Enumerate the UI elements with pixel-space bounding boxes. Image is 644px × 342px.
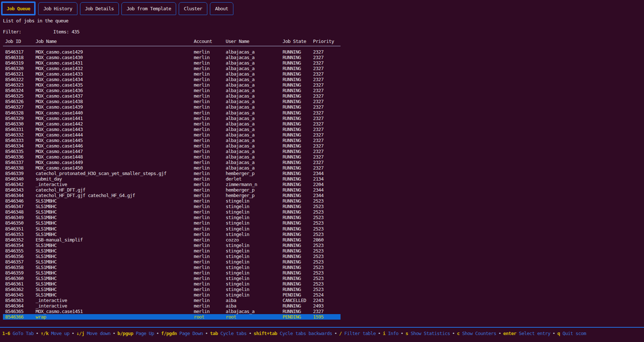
table-row[interactable]: 8546321MOX_casmo.case1433merlinalbajacas…: [3, 71, 341, 77]
table-row[interactable]: 8546325MOX_casmo.case1437merlinalbajacas…: [3, 93, 341, 99]
table-row[interactable]: 8546356SLS1MBHCmerlinstingelinRUNNING252…: [3, 254, 341, 259]
table-row[interactable]: 8546357SLS1MBHCmerlinstingelinRUNNING252…: [3, 259, 341, 265]
help-bar: 1-6 GoTo Tab•↑/k Move up•↓/j Move down•b…: [2, 331, 642, 336]
table-row[interactable]: 8546351SLS1MBHCmerlinstingelinRUNNING252…: [3, 226, 341, 232]
filter-input[interactable]: [26, 29, 50, 34]
table-row[interactable]: 8546352ESB-manual_simplifmerlincozzoRUNN…: [3, 237, 341, 243]
table-row[interactable]: 8546320MOX_casmo.case1432merlinalbajacas…: [3, 66, 341, 71]
table-row[interactable]: 8546362SLS1MBHCmerlinstingelinRUNNING252…: [3, 287, 341, 292]
table-cell: merlin: [194, 66, 226, 71]
table-row[interactable]: 8546364_interactivemerlinaibaRUNNING2493: [3, 303, 341, 309]
table-row[interactable]: 8546340submit_daymerlinderletRUNNING2134: [3, 176, 341, 182]
table-cell: merlin: [194, 77, 226, 82]
tab-cluster[interactable]: Cluster: [179, 2, 207, 15]
table-cell: RUNNING: [283, 154, 313, 160]
tab-about[interactable]: About: [210, 2, 233, 15]
table-row[interactable]: 8546344catechol_HF_DFT.gjf catechol_HF_G…: [3, 193, 341, 198]
table-cell: 8546333: [5, 138, 36, 143]
table-row[interactable]: 8546334MOX_casmo.case1446merlinalbajacas…: [3, 143, 341, 149]
tab-job-queue[interactable]: Job Queue: [1, 1, 36, 15]
table-row[interactable]: 8546363_interactivemerlinaibaCANCELLED22…: [3, 298, 341, 303]
table-cell: 8546327: [5, 104, 36, 110]
table-row[interactable]: 8546329MOX_casmo.case1441merlinalbajacas…: [3, 116, 341, 121]
help-description: Move down: [84, 331, 110, 336]
table-row[interactable]: 8546333MOX_casmo.case1445merlinalbajacas…: [3, 138, 341, 143]
tab-job-details[interactable]: Job Details: [80, 2, 119, 15]
table-cell: MOX_casmo.case1436: [36, 88, 194, 93]
table-cell: 2327: [313, 60, 338, 66]
table-row[interactable]: 8546319MOX_casmo.case1431merlinalbajacas…: [3, 60, 341, 66]
table-cell: 8546348: [5, 209, 36, 215]
table-cell: merlin: [194, 60, 226, 66]
table-cell: RUNNING: [283, 215, 313, 220]
table-row[interactable]: 8546360SLS1MBHCmerlinstingelinRUNNING252…: [3, 276, 341, 281]
table-cell: 2327: [313, 99, 338, 104]
table-cell: merlin: [194, 82, 226, 88]
table-cell: 8546328: [5, 110, 36, 116]
table-cell: catechol_HF_DFT.gjf catechol_HF_G4.gjf: [36, 193, 194, 198]
table-row[interactable]: 8546365MOX_casmo.case1451merlinalbajacas…: [3, 309, 341, 314]
table-row[interactable]: 8546337MOX_casmo.case1449merlinalbajacas…: [3, 160, 341, 165]
table-row-selected[interactable]: 8546366wraprootrootPENDING1595: [3, 314, 341, 320]
table-row[interactable]: 8546359SLS1MBHCmerlinstingelinRUNNING252…: [3, 270, 341, 276]
table-cell: merlin: [194, 49, 226, 55]
table-row[interactable]: 8546328MOX_casmo.case1440merlinalbajacas…: [3, 110, 341, 116]
table-row[interactable]: 8546335MOX_casmo.case1447merlinalbajacas…: [3, 149, 341, 154]
table-row[interactable]: 8546322MOX_casmo.case1434merlinalbajacas…: [3, 77, 341, 82]
table-cell: 8546364: [5, 303, 36, 309]
table-cell: merlin: [194, 220, 226, 226]
table-cell: stingelin: [226, 276, 283, 281]
tab-job-history[interactable]: Job History: [38, 2, 77, 15]
table-row[interactable]: 8546318MOX_casmo.case1430merlinalbajacas…: [3, 55, 341, 60]
table-cell: stingelin: [226, 265, 283, 270]
table-cell: 8546323: [5, 82, 36, 88]
column-header-job-state: Job State: [283, 39, 313, 44]
table-cell: 8546337: [5, 160, 36, 165]
table-cell: merlin: [194, 309, 226, 314]
table-row[interactable]: 8546346SLS1MBHCmerlinstingelinRUNNING252…: [3, 198, 341, 204]
table-row[interactable]: 8546326MOX_casmo.case1438merlinalbajacas…: [3, 99, 341, 104]
table-row[interactable]: 8546332MOX_casmo.case1444merlinalbajacas…: [3, 132, 341, 138]
table-row[interactable]: 8546331MOX_casmo.case1443merlinalbajacas…: [3, 127, 341, 132]
table-cell: 2327: [313, 165, 338, 171]
table-cell: SLS1MBHC: [36, 276, 194, 281]
table-row[interactable]: 8546323MOX_casmo.case1435merlinalbajacas…: [3, 82, 341, 88]
help-bullet: •: [399, 331, 405, 336]
table-cell: albajacas_a: [226, 165, 283, 171]
table-row[interactable]: 8546348SLS1MBHCmerlinstingelinRUNNING252…: [3, 209, 341, 215]
table-cell: stingelin: [226, 209, 283, 215]
table-row[interactable]: 8546350SLS1MBHCmerlinstingelinRUNNING252…: [3, 220, 341, 226]
table-row[interactable]: 8546324MOX_casmo.case1436merlinalbajacas…: [3, 88, 341, 93]
table-cell: wrap: [36, 314, 194, 320]
table-cell: albajacas_a: [226, 66, 283, 71]
table-row[interactable]: 8546355SLS1MBHCmerlinstingelinRUNNING252…: [3, 248, 341, 254]
table-row[interactable]: 8546349SLS1MBHCmerlinstingelinRUNNING252…: [3, 215, 341, 220]
table-row[interactable]: 8546338MOX_casmo.case1450merlinalbajacas…: [3, 165, 341, 171]
column-header-job-name: Job Name: [36, 39, 194, 44]
table-cell: RUNNING: [283, 176, 313, 182]
table-row[interactable]: 8546339catechol_protonated_H3O_scan_yet_…: [3, 171, 341, 176]
table-row[interactable]: 8546336MOX_casmo.case1448merlinalbajacas…: [3, 154, 341, 160]
table-row[interactable]: 8546317MOX_casmo.case1429merlinalbajacas…: [3, 49, 341, 55]
table-row[interactable]: 8546358SLS1MBHCmerlinstingelinRUNNING252…: [3, 265, 341, 270]
table-cell: merlin: [194, 226, 226, 232]
table-row[interactable]: 8546327MOX_casmo.case1439merlinalbajacas…: [3, 104, 341, 110]
table-row[interactable]: 8546361SLS1MBHCmerlinstingelinRUNNING252…: [3, 281, 341, 287]
table-row[interactable]: 8546330MOX_casmo.case1442merlinalbajacas…: [3, 121, 341, 127]
table-cell: MOX_casmo.case1430: [36, 55, 194, 60]
table-row[interactable]: 8546353SLS1MBHCmerlinstingelinRUNNING252…: [3, 232, 341, 237]
table-cell: MOX_casmo.case1437: [36, 93, 194, 99]
column-header-job-id: Job ID: [5, 39, 36, 44]
table-row[interactable]: 8546342_interactivemerlinzimmermann_nRUN…: [3, 182, 341, 187]
table-cell: stingelin: [226, 204, 283, 209]
tab-job-from-template[interactable]: Job from Template: [121, 2, 176, 15]
table-row[interactable]: 8546345SLS1MBHCmerlinstingelinPENDING252…: [3, 292, 341, 298]
table-row[interactable]: 8546343catechol_HF_DFT.gjfmerlinhemberge…: [3, 187, 341, 193]
table-cell: 8546340: [5, 176, 36, 182]
help-separator-line: [0, 327, 644, 328]
table-row[interactable]: 8546354SLS1MBHCmerlinstingelinRUNNING252…: [3, 243, 341, 248]
table-cell: 1595: [313, 314, 338, 320]
table-cell: 2344: [313, 187, 338, 193]
table-cell: 2327: [313, 88, 338, 93]
table-row[interactable]: 8546347SLS1MBHCmerlinstingelinRUNNING252…: [3, 204, 341, 209]
